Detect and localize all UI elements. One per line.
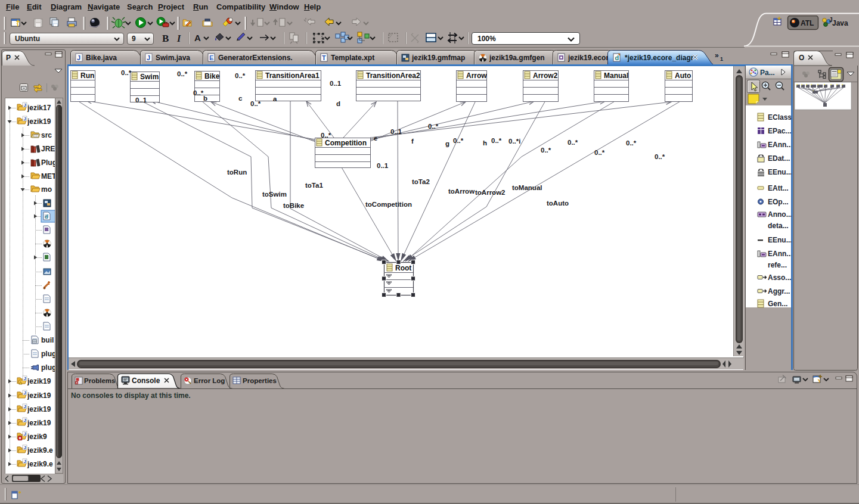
- svg-text:Error Log: Error Log: [194, 377, 225, 384]
- svg-text:toManual: toManual: [512, 184, 542, 191]
- svg-text:0..*: 0..*: [568, 139, 578, 146]
- svg-text:Pa...: Pa...: [760, 69, 775, 77]
- svg-text:jezik19a.gmfgen: jezik19a.gmfgen: [489, 54, 545, 62]
- svg-text:deta...: deta...: [768, 222, 789, 230]
- svg-text:0..1: 0..1: [135, 97, 147, 104]
- svg-text:J: J: [24, 459, 26, 464]
- svg-text:0..*: 0..*: [453, 137, 464, 144]
- svg-text:Anno...: Anno...: [768, 210, 792, 219]
- svg-text:jezik19: jezik19: [27, 405, 51, 413]
- svg-text:Manual: Manual: [604, 71, 628, 80]
- svg-text:0..*: 0..*: [193, 89, 204, 97]
- svg-text:jezik9.e: jezik9.e: [27, 446, 53, 455]
- svg-text:toTa2: toTa2: [412, 178, 430, 185]
- svg-text:J: J: [24, 431, 26, 437]
- svg-text:Problems: Problems: [84, 377, 115, 384]
- svg-text:Auto: Auto: [675, 71, 691, 80]
- svg-text:src: src: [41, 131, 52, 139]
- svg-text:J: J: [24, 404, 26, 409]
- svg-text:EEnu...: EEnu...: [768, 168, 792, 176]
- svg-text:jezik19: jezik19: [27, 377, 51, 385]
- svg-text:EDat...: EDat...: [768, 154, 790, 163]
- svg-text:refe...: refe...: [768, 261, 787, 269]
- svg-text:Arrow2: Arrow2: [533, 71, 558, 80]
- svg-text:A: A: [194, 33, 201, 43]
- svg-text:J: J: [77, 54, 80, 61]
- svg-text:JRE: JRE: [41, 145, 55, 153]
- svg-text:EAnn...: EAnn...: [768, 250, 792, 258]
- svg-text:toArrow: toArrow: [448, 188, 475, 195]
- svg-text:0..*: 0..*: [428, 123, 439, 130]
- svg-text:Bike: Bike: [204, 72, 220, 80]
- svg-text:1: 1: [720, 56, 723, 62]
- svg-text:plug: plug: [41, 363, 55, 372]
- svg-text:Properties: Properties: [243, 377, 277, 384]
- svg-text:0..1: 0..1: [377, 162, 389, 169]
- svg-text:toTa1: toTa1: [305, 182, 323, 189]
- svg-text:Competition: Competition: [325, 139, 367, 147]
- svg-text:toAuto: toAuto: [547, 200, 569, 207]
- svg-text:jezik19.ecore: jezik19.ecore: [568, 54, 613, 62]
- svg-text:0..*: 0..*: [121, 69, 132, 76]
- svg-text:d: d: [45, 214, 48, 220]
- svg-text:Swim: Swim: [140, 73, 159, 81]
- svg-text:EAtt...: EAtt...: [768, 184, 789, 192]
- svg-text:Root: Root: [395, 264, 411, 272]
- svg-text:Asso...: Asso...: [768, 273, 791, 282]
- svg-text:d: d: [336, 100, 340, 107]
- svg-text:mo: mo: [41, 185, 52, 194]
- svg-text:Bike.java: Bike.java: [86, 54, 117, 62]
- svg-text:Run: Run: [80, 71, 94, 80]
- svg-text:jezik17: jezik17: [27, 104, 51, 112]
- svg-text:I: I: [176, 33, 181, 43]
- svg-text:P: P: [6, 54, 11, 62]
- svg-text:buil: buil: [41, 336, 54, 344]
- svg-text:0..*: 0..*: [541, 147, 551, 154]
- svg-text:J: J: [147, 54, 150, 61]
- svg-text:0..*: 0..*: [177, 70, 188, 77]
- svg-text:Console: Console: [132, 377, 160, 385]
- svg-text:0..*: 0..*: [594, 149, 605, 156]
- svg-text:toRun: toRun: [227, 169, 247, 176]
- svg-text:J: J: [24, 376, 26, 381]
- svg-text:MET: MET: [41, 172, 55, 181]
- svg-text:EEnu...: EEnu...: [768, 236, 792, 244]
- svg-text:toBike: toBike: [283, 202, 304, 209]
- svg-text:J: J: [24, 102, 26, 108]
- svg-text:jezik19: jezik19: [27, 419, 51, 427]
- svg-text:T: T: [322, 54, 326, 61]
- svg-text:B: B: [162, 33, 169, 44]
- svg-text:ATL: ATL: [801, 19, 814, 27]
- svg-text:EOp...: EOp...: [768, 198, 789, 206]
- svg-text:TransitionArea2: TransitionArea2: [366, 71, 420, 80]
- svg-text:J: J: [24, 445, 26, 450]
- svg-text:jezik19.gmfmap: jezik19.gmfmap: [411, 54, 465, 62]
- svg-text:0..*: 0..*: [250, 100, 261, 107]
- svg-text:EAnn...: EAnn...: [768, 141, 792, 149]
- svg-text:e: e: [374, 135, 377, 142]
- svg-text:0..*: 0..*: [235, 72, 246, 79]
- svg-text:Java: Java: [832, 19, 848, 27]
- svg-text:0..*: 0..*: [626, 139, 637, 147]
- svg-text:Aggr...: Aggr...: [768, 287, 790, 295]
- svg-text:Template.xpt: Template.xpt: [331, 54, 374, 62]
- svg-text:GeneratorExtensions.: GeneratorExtensions.: [218, 54, 293, 62]
- svg-text:O: O: [799, 54, 804, 62]
- svg-text:TransitionArea1: TransitionArea1: [265, 71, 320, 80]
- svg-text:0..1: 0..1: [330, 80, 342, 87]
- svg-text:jezik9.e: jezik9.e: [27, 460, 53, 468]
- svg-text:Plug: Plug: [41, 158, 55, 167]
- svg-text:Gen...: Gen...: [768, 300, 787, 308]
- svg-text:EClass: EClass: [768, 113, 792, 122]
- svg-text:f: f: [411, 138, 414, 145]
- svg-text:d: d: [615, 54, 619, 61]
- svg-text:Swim.java: Swim.java: [156, 54, 190, 62]
- svg-text:toArrow2: toArrow2: [475, 189, 505, 196]
- svg-text:g: g: [445, 140, 449, 147]
- svg-text:0..*: 0..*: [655, 153, 665, 160]
- svg-text:h: h: [483, 139, 487, 147]
- svg-text:jezik19: jezik19: [27, 117, 51, 126]
- svg-text:0..*i: 0..*i: [508, 138, 520, 145]
- svg-text:J: J: [24, 418, 26, 423]
- svg-text:J: J: [24, 390, 26, 396]
